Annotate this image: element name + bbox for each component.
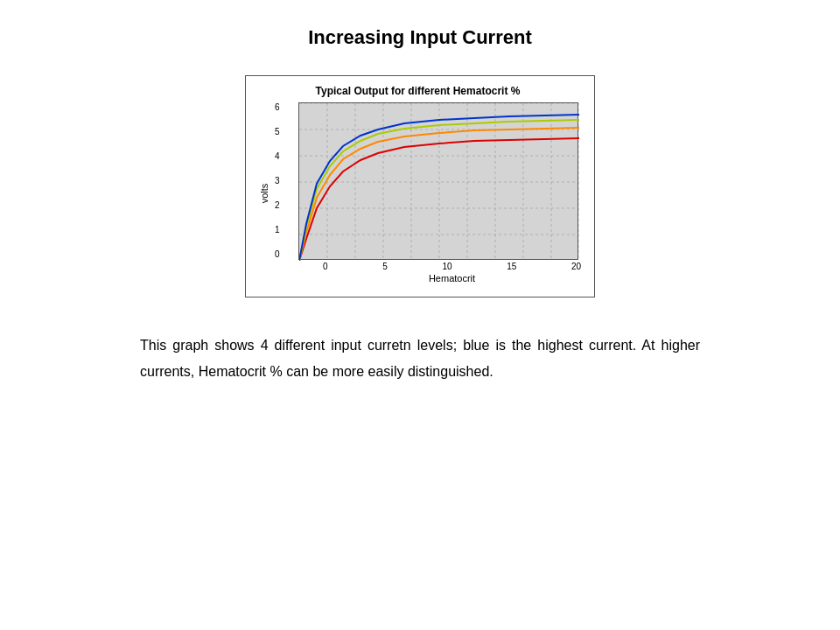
chart-plot: 0 1 2 3 4 5 6 (298, 102, 578, 260)
y-axis-label: volts (259, 183, 270, 203)
page-title: Increasing Input Current (35, 26, 805, 49)
x-tick-15: 15 (507, 262, 516, 271)
chart-wrapper: Typical Output for different Hematocrit … (35, 75, 805, 298)
x-tick-0: 0 (323, 262, 328, 271)
x-axis-title: Hematocrit (323, 273, 581, 284)
chart-container: Typical Output for different Hematocrit … (245, 75, 595, 298)
description-text: This graph shows 4 different input curre… (105, 332, 735, 386)
y-tick-5: 5 (275, 128, 280, 136)
page-container: Increasing Input Current Typical Output … (0, 0, 840, 630)
y-axis-labels: 0 1 2 3 4 5 6 (275, 103, 280, 259)
chart-inner: volts (255, 102, 581, 284)
x-tick-5: 5 (382, 262, 388, 271)
chart-area: 0 1 2 3 4 5 6 0 5 10 (274, 102, 581, 284)
x-tick-10: 10 (442, 262, 452, 271)
y-label-container: volts (255, 102, 274, 284)
chart-svg (299, 103, 579, 261)
y-tick-6: 6 (275, 103, 280, 112)
y-tick-1: 1 (275, 226, 280, 234)
y-tick-3: 3 (275, 177, 280, 186)
x-tick-20: 20 (571, 262, 581, 271)
x-axis-labels: 0 5 10 15 20 (323, 260, 581, 271)
y-tick-0: 0 (275, 250, 280, 259)
y-tick-2: 2 (275, 201, 280, 210)
chart-title: Typical Output for different Hematocrit … (255, 85, 581, 97)
y-tick-4: 4 (275, 152, 280, 161)
